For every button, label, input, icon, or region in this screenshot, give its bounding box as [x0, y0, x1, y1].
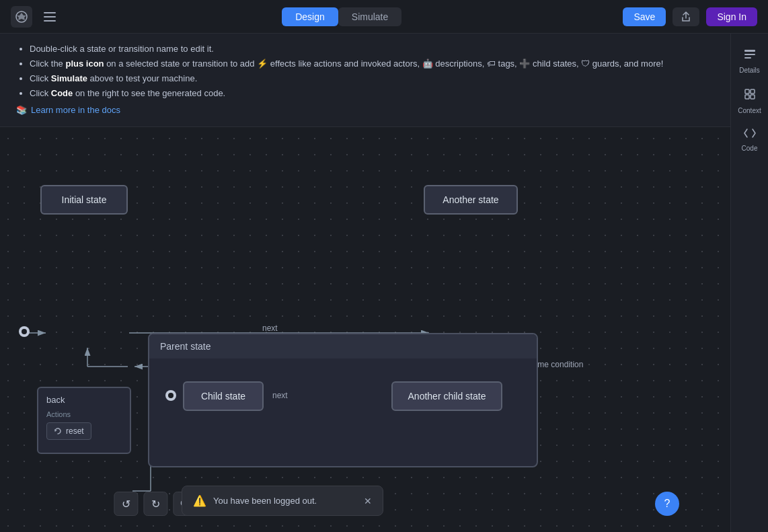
- diagram-container[interactable]: Initial state Another state next 2 next …: [0, 155, 730, 532]
- parent-state-header: Parent state: [149, 334, 537, 358]
- sidebar-item-details[interactable]: Details: [734, 44, 766, 78]
- svg-rect-5: [744, 54, 755, 55]
- notification-message: You have been logged out.: [213, 496, 317, 506]
- redo-button[interactable]: ↻: [143, 492, 167, 516]
- svg-rect-9: [745, 95, 749, 99]
- topbar-center: Design Simulate: [282, 7, 401, 26]
- share-button[interactable]: [673, 7, 699, 26]
- right-sidebar: Details Context Code: [730, 34, 768, 532]
- signin-button[interactable]: Sign In: [706, 7, 757, 26]
- help-button[interactable]: ?: [655, 492, 679, 516]
- actions-label: Actions: [46, 410, 122, 418]
- another-child-state-node[interactable]: Another child state: [391, 381, 502, 411]
- simulate-tab[interactable]: Simulate: [338, 7, 401, 26]
- sidebar-toggle-button[interactable]: [39, 6, 61, 28]
- svg-rect-6: [744, 57, 751, 59]
- details-icon: [743, 48, 757, 64]
- svg-rect-4: [744, 50, 755, 52]
- notification-close-button[interactable]: ✕: [364, 496, 372, 506]
- details-label: Details: [739, 67, 760, 74]
- another-state-node[interactable]: Another state: [424, 185, 518, 215]
- learn-more-link[interactable]: 📚 Learn more in the docs: [16, 105, 120, 115]
- back-state-title: back: [46, 395, 122, 405]
- code-icon: [743, 128, 757, 142]
- context-icon: [743, 87, 757, 104]
- tip-2: Click the plus icon on a selected state …: [30, 56, 714, 71]
- save-button[interactable]: Save: [623, 7, 666, 26]
- info-tips-list: Double-click a state or transition name …: [16, 42, 714, 101]
- canvas-area[interactable]: Double-click a state or transition name …: [0, 34, 730, 532]
- initial-state-node[interactable]: Initial state: [40, 185, 128, 215]
- notification-icon: ⚠️: [193, 494, 206, 507]
- svg-rect-2: [44, 16, 56, 17]
- topbar: Design Simulate Save Sign In: [0, 0, 768, 34]
- child-state-node[interactable]: Child state: [183, 381, 264, 411]
- reset-button[interactable]: reset: [46, 422, 91, 440]
- parent-state-node[interactable]: Parent state Child state Another child s…: [148, 333, 538, 467]
- info-panel: Double-click a state or transition name …: [0, 34, 730, 127]
- code-label: Code: [742, 145, 758, 152]
- topbar-right: Save Sign In: [623, 7, 757, 26]
- design-tab[interactable]: Design: [282, 7, 338, 26]
- logo-icon: [11, 6, 32, 28]
- undo-button[interactable]: ↺: [114, 492, 138, 516]
- context-label: Context: [738, 107, 761, 114]
- tip-1: Double-click a state or transition name …: [30, 42, 714, 56]
- sidebar-item-code[interactable]: Code: [734, 124, 766, 156]
- notification-bar: ⚠️ You have been logged out. ✕: [182, 486, 383, 516]
- tip-3: Click Simulate above to test your machin…: [30, 71, 714, 86]
- svg-rect-10: [751, 95, 755, 99]
- sidebar-item-context[interactable]: Context: [734, 83, 766, 118]
- tip-4: Click Code on the right to see the gener…: [30, 86, 714, 101]
- svg-rect-1: [44, 12, 56, 13]
- svg-rect-7: [745, 89, 749, 93]
- child-initial-dot: [165, 390, 176, 401]
- topbar-left: [11, 6, 61, 28]
- book-icon: 📚: [16, 105, 27, 115]
- transition-child-another-child: next: [272, 391, 288, 400]
- initial-dot: [19, 326, 30, 337]
- transition-initial-another: next: [262, 324, 278, 333]
- back-state-node[interactable]: back Actions reset: [37, 387, 131, 454]
- svg-rect-3: [44, 20, 56, 22]
- svg-rect-8: [751, 89, 755, 93]
